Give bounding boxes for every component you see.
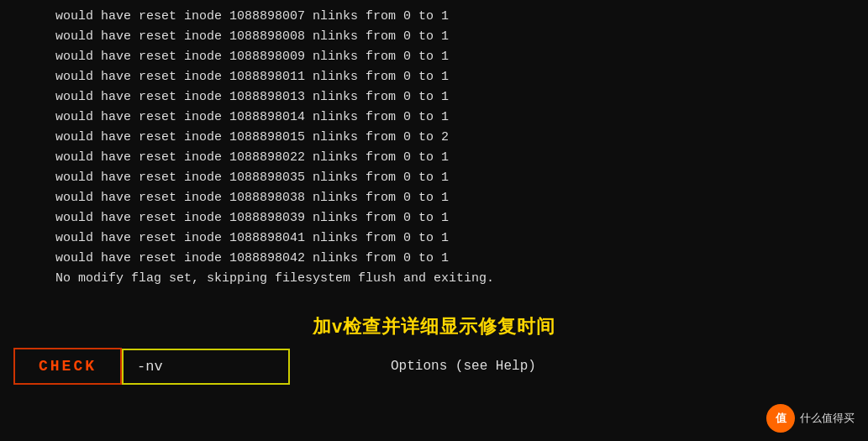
terminal-line: would have reset inode 1088898015 nlinks…: [10, 128, 858, 148]
annotation-text: 加v检查并详细显示修复时间: [313, 314, 555, 339]
terminal-line: would have reset inode 1088898009 nlinks…: [10, 47, 858, 67]
options-input[interactable]: [122, 349, 290, 385]
watermark-badge: 值: [766, 404, 795, 433]
terminal-line: would have reset inode 1088898013 nlinks…: [10, 87, 858, 108]
terminal-line: would have reset inode 1088898041 nlinks…: [10, 228, 858, 249]
terminal-line: would have reset inode 1088898022 nlinks…: [10, 148, 858, 168]
terminal-line: No modify flag set, skipping filesystem …: [10, 269, 858, 289]
terminal-line: would have reset inode 1088898042 nlinks…: [10, 249, 858, 269]
controls-row: CHECK Options (see Help): [0, 341, 868, 391]
terminal-line: would have reset inode 1088898038 nlinks…: [10, 188, 858, 208]
terminal-line: would have reset inode 1088898011 nlinks…: [10, 67, 858, 87]
watermark: 值 什么值得买: [766, 404, 855, 433]
options-label: Options (see Help): [391, 359, 536, 374]
check-button[interactable]: CHECK: [13, 348, 122, 385]
bottom-bar: 加v检查并详细显示修复时间 CHECK Options (see Help): [0, 311, 868, 441]
terminal-line: would have reset inode 1088898014 nlinks…: [10, 108, 858, 128]
terminal-line: would have reset inode 1088898039 nlinks…: [10, 208, 858, 228]
terminal-output: would have reset inode 1088898007 nlinks…: [0, 0, 868, 311]
watermark-text: 什么值得买: [800, 411, 855, 426]
terminal-line: would have reset inode 1088898035 nlinks…: [10, 168, 858, 188]
terminal-line: would have reset inode 1088898007 nlinks…: [10, 7, 858, 27]
terminal-line: would have reset inode 1088898008 nlinks…: [10, 27, 858, 47]
annotation-row: 加v检查并详细显示修复时间: [0, 311, 868, 341]
